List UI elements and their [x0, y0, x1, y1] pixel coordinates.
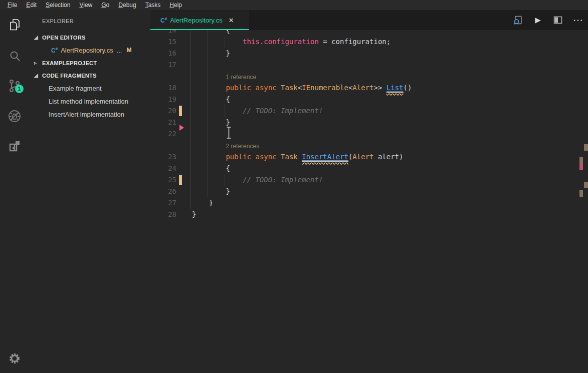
csharp-file-icon: C#: [51, 47, 58, 54]
close-icon[interactable]: ✕: [229, 17, 234, 24]
code-token: <: [298, 84, 302, 92]
code-token: async: [255, 84, 276, 92]
tab-bar: C# AlertRepository.cs ✕ ▶ ⋯: [150, 10, 588, 30]
codelens-row: 2 references: [150, 140, 588, 151]
code-token: }: [226, 187, 230, 195]
indent-guide: [190, 59, 191, 71]
code-line: 25// TODO: Implement!: [150, 174, 588, 186]
line-number: 21: [150, 117, 176, 128]
file-name: AlertRepository.cs: [61, 47, 113, 54]
line-content: }: [226, 186, 230, 197]
run-icon[interactable]: ▶: [532, 14, 544, 26]
code-token: [298, 153, 302, 161]
fragment-item[interactable]: InsertAlert implementation: [29, 108, 150, 121]
line-number: 16: [150, 48, 176, 59]
indent-guide: [208, 128, 208, 140]
code-token: [277, 84, 281, 92]
debug-icon[interactable]: [8, 109, 22, 123]
activity-bar: 1: [0, 10, 29, 373]
line-number: 28: [150, 209, 176, 220]
indent-guide: [208, 117, 208, 128]
codelens-reference[interactable]: 2 references: [226, 141, 259, 152]
menu-item-tasks[interactable]: Tasks: [141, 1, 165, 10]
source-control-badge: 1: [15, 85, 24, 93]
code-editor[interactable]: 14{15this.configuration = configuration;…: [150, 0, 588, 373]
line-content: }: [192, 209, 196, 220]
section-label: CODE FRAGMENTS: [42, 73, 97, 79]
code-token: =: [319, 38, 331, 46]
line-content: }: [209, 197, 213, 209]
active-tab-indicator: [150, 29, 249, 30]
line-content: // TODO: Implement!: [243, 174, 323, 186]
code-token: }: [209, 199, 213, 207]
menu-item-view[interactable]: View: [75, 1, 97, 10]
menu-item-selection[interactable]: Selection: [41, 1, 75, 10]
code-line: 22: [150, 128, 588, 140]
chevron-collapsed-icon: ▹: [34, 60, 42, 66]
indent-guide: [208, 94, 208, 105]
menu-item-file[interactable]: File: [3, 1, 22, 10]
sidebar-sections: ◢OPEN EDITORSC#AlertRepository.cs...M▹EX…: [29, 31, 150, 121]
tab-alertrepository[interactable]: C# AlertRepository.cs ✕: [150, 10, 249, 30]
gear-icon[interactable]: [8, 352, 21, 365]
indent-guide: [190, 105, 191, 117]
open-editor-item[interactable]: C#AlertRepository.cs...M: [29, 44, 150, 57]
code-token: {: [226, 164, 230, 172]
modified-overview-marker: [579, 157, 583, 164]
code-line: 17: [150, 59, 588, 71]
indent-guide: [190, 36, 191, 48]
code-token: Task: [281, 84, 298, 92]
chevron-expanded-icon: ◢: [34, 35, 42, 40]
explorer-icon[interactable]: [8, 18, 22, 32]
indent-guide: [208, 186, 208, 197]
menu-item-edit[interactable]: Edit: [22, 1, 41, 10]
more-actions-icon[interactable]: ⋯: [572, 14, 584, 26]
search-icon[interactable]: [8, 49, 22, 63]
line-number: 25: [150, 174, 176, 186]
code-token: Alert: [352, 153, 373, 161]
menu-item-help[interactable]: Help: [165, 1, 186, 10]
indent-guide: [208, 151, 208, 163]
code-token: // TODO: Implement!: [243, 176, 323, 184]
menu-item-debug[interactable]: Debug: [114, 1, 140, 10]
fragment-item[interactable]: Example fragment: [29, 82, 150, 95]
line-number: 23: [150, 151, 176, 163]
code-line: 20// TODO: Implement!: [150, 105, 588, 117]
indent-guide: [208, 36, 208, 48]
line-content: public async Task<IEnumerable<Alert>> Li…: [226, 82, 412, 94]
menu-item-go[interactable]: Go: [97, 1, 114, 10]
codelens-reference[interactable]: 1 reference: [226, 72, 256, 83]
indent-guide: [190, 117, 191, 128]
section-open-editors[interactable]: ◢OPEN EDITORS: [29, 31, 150, 44]
csharp-file-icon: C#: [160, 17, 167, 24]
method-name-link[interactable]: InsertAlert: [302, 153, 348, 161]
ibeam-mouse-cursor: [226, 126, 232, 139]
code-line: 18public async Task<IEnumerable<Alert>> …: [150, 82, 588, 94]
cursor-overview-marker: [579, 164, 583, 170]
line-content: // TODO: Implement!: [243, 105, 323, 117]
fragment-item[interactable]: List method implementation: [29, 95, 150, 108]
indent-guide: [190, 94, 191, 105]
modified-overview-marker: [584, 144, 588, 151]
section-code-fragments[interactable]: ◢CODE FRAGMENTS: [29, 69, 150, 82]
line-content: {: [226, 163, 230, 174]
indent-guide: [190, 186, 191, 197]
indent-guide: [190, 163, 191, 174]
modified-overview-marker: [584, 182, 588, 188]
line-content: public async Task InsertAlert(Alert aler…: [226, 151, 403, 163]
modified-line-marker: [179, 175, 182, 185]
section-exampleproject[interactable]: ▹EXAMPLEPROJECT: [29, 57, 150, 69]
split-editor-icon[interactable]: [552, 14, 564, 26]
indent-guide: [225, 174, 225, 186]
modified-line-marker: [179, 106, 182, 116]
indent-guide: [208, 59, 208, 71]
file-path-ellipsis: ...: [117, 47, 122, 54]
file-search-icon[interactable]: [512, 14, 524, 26]
code-line: 15this.configuration = configuration;: [150, 36, 588, 48]
indent-guide: [190, 140, 191, 151]
code-token: }: [226, 49, 230, 57]
extensions-icon[interactable]: [8, 139, 22, 153]
code-token: public: [226, 153, 251, 161]
line-number: 24: [150, 163, 176, 174]
method-name-link[interactable]: List: [386, 84, 404, 92]
